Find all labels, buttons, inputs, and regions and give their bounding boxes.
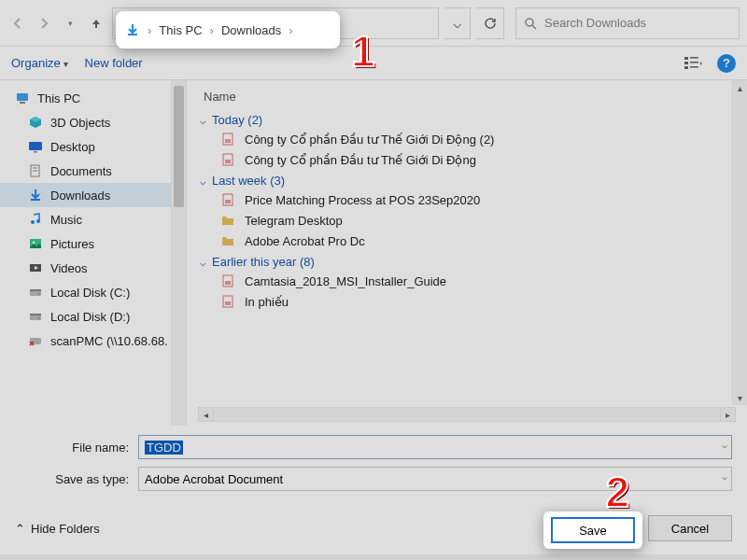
highlight-save: Save [543,511,642,549]
hide-folders-toggle[interactable]: ⌃ Hide Folders [15,522,100,536]
back-button[interactable] [7,13,28,34]
svg-line-2 [532,25,536,29]
sidebar-item-pictures[interactable]: Pictures [0,231,186,256]
refresh-button[interactable] [476,7,504,39]
svg-rect-9 [17,93,28,101]
svg-point-17 [31,220,35,224]
search-input[interactable]: Search Downloads [515,7,740,39]
recent-dropdown[interactable]: ▾ [60,13,80,34]
svg-rect-7 [684,66,688,69]
filename-value: TGDD [145,441,183,455]
svg-rect-23 [30,289,41,291]
filelist-hscrollbar[interactable]: ◂ ▸ [198,407,736,422]
svg-point-18 [36,219,40,223]
file-item[interactable]: In phiếu [187,291,747,312]
sidebar-item-local-disk-c[interactable]: Local Disk (C:) [0,280,186,304]
file-item[interactable]: Adobe Acrobat Pro Dc [187,231,747,251]
disk-icon [28,309,43,324]
svg-rect-8 [690,66,698,68]
sidebar-item-desktop[interactable]: Desktop [0,134,186,159]
save-form: File name: TGDD ⌵ Save as type: Adobe Ac… [0,426,747,504]
cancel-button[interactable]: Cancel [648,515,732,541]
svg-rect-30 [225,139,231,143]
search-icon [524,17,537,30]
file-group-header[interactable]: Last week (3) [187,170,747,189]
new-folder-button[interactable]: New folder [85,56,143,70]
forward-button[interactable] [34,13,54,34]
scroll-up-icon[interactable]: ▴ [733,80,747,95]
highlight-breadcrumb: › This PC › Downloads › [116,11,340,49]
svg-rect-3 [684,57,688,60]
svg-point-24 [38,293,40,295]
cube-icon [28,115,43,130]
chevron-down-icon[interactable]: ⌵ [722,440,727,450]
svg-rect-36 [225,281,231,285]
svg-rect-6 [690,62,698,63]
navigation-pane: This PC3D ObjectsDesktopDocumentsDownloa… [0,80,187,426]
sidebar-item-local-disk-d[interactable]: Local Disk (D:) [0,304,186,329]
chevron-down-icon[interactable]: ⌵ [722,471,727,482]
sidebar-item-downloads[interactable]: Downloads [0,183,186,207]
filename-label: File name: [15,441,138,455]
sidebar-item-3d-objects[interactable]: 3D Objects [0,110,186,134]
file-item[interactable]: Camtasia_2018_MSI_Installer_Guide [187,271,747,291]
saveastype-label: Save as type: [15,472,138,486]
saveastype-value: Adobe Acrobat Document [145,472,283,486]
address-dropdown[interactable]: ⌵ [444,7,471,39]
column-header-name[interactable]: Name [187,80,747,109]
sidebar-item-videos[interactable]: Videos [0,256,186,280]
svg-rect-32 [225,160,231,163]
desktop-icon [28,139,43,154]
folder-icon [220,233,235,248]
up-button[interactable] [86,13,106,34]
file-item[interactable]: Price Matching Process at POS 23Sep2020 [187,189,747,210]
save-button-highlight[interactable]: Save [551,517,635,543]
view-options-button[interactable] [684,54,704,73]
saveastype-select[interactable]: Adobe Acrobat Document ⌵ [138,467,732,491]
doc-icon [28,163,43,178]
sidebar-item-scanpmc-10-68-68[interactable]: scanPMC (\\10.68.68. [0,329,186,353]
filename-input[interactable]: TGDD ⌵ [138,435,732,459]
scroll-left-icon[interactable]: ◂ [199,408,214,421]
scroll-right-icon[interactable]: ▸ [720,408,735,421]
pic-icon [28,236,43,251]
video-icon [28,260,43,275]
file-list: Name Today (2)Công ty Cổ phần Đầu tư Thế… [187,80,747,426]
main-area: This PC3D ObjectsDesktopDocumentsDownloa… [0,80,747,426]
organize-menu[interactable]: Organize [11,56,68,70]
downloads-icon [125,22,140,37]
sidebar-item-this-pc[interactable]: This PC [0,86,186,110]
filelist-vscrollbar[interactable]: ▴ ▾ [732,80,747,405]
svg-rect-38 [225,301,231,305]
search-placeholder: Search Downloads [544,16,646,30]
file-item[interactable]: Công ty Cổ phần Đầu tư Thế Giới Di Động … [187,129,747,149]
svg-rect-39 [128,34,137,35]
pdf-icon [220,273,235,288]
svg-rect-10 [20,102,25,104]
music-icon [28,212,43,227]
file-item[interactable]: Công ty Cổ phần Đầu tư Thế Giới Di Động [187,149,747,170]
down-icon [28,188,43,203]
svg-rect-16 [31,199,40,201]
callout-2: 2 [605,467,629,517]
pdf-icon [220,192,235,207]
callout-1: 1 [351,26,375,77]
help-button[interactable]: ? [717,54,736,73]
sidebar-item-documents[interactable]: Documents [0,159,186,183]
svg-rect-4 [690,57,698,59]
folder-icon [220,213,235,228]
svg-point-27 [38,317,40,319]
file-group-header[interactable]: Today (2) [187,109,747,129]
sidebar-scrollbar[interactable] [171,80,186,426]
scroll-down-icon[interactable]: ▾ [733,390,747,405]
sidebar-item-music[interactable]: Music [0,207,186,231]
file-item[interactable]: Telegram Desktop [187,210,747,231]
pdf-icon [220,152,235,167]
netdisk-icon [28,333,43,348]
chevron-up-icon: ⌃ [15,522,25,536]
file-group-header[interactable]: Earlier this year (8) [187,251,747,271]
pdf-icon [220,132,235,147]
svg-rect-11 [29,142,42,150]
pdf-icon [220,294,235,309]
svg-rect-26 [30,314,41,315]
